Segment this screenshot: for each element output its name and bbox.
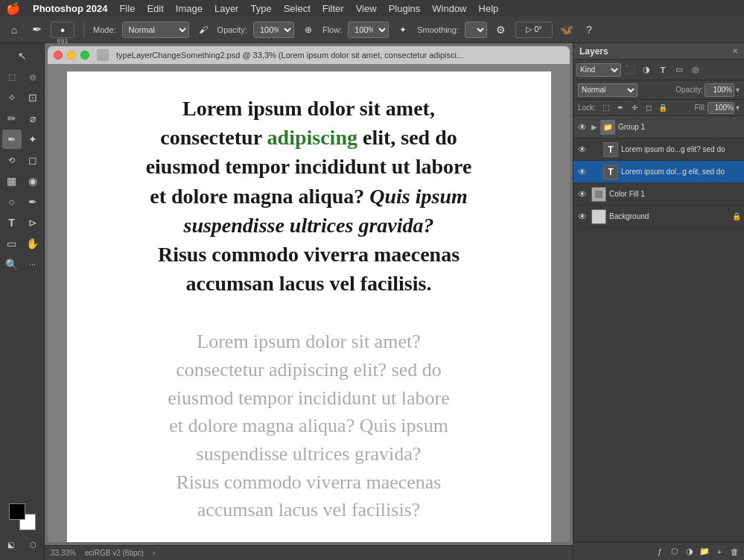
layer-item-colorfill[interactable]: 👁 Color Fill 1 [573,183,744,206]
smoothing-icon[interactable]: ✦ [395,22,411,38]
opacity-input[interactable] [705,83,734,97]
layer-eye-fill[interactable]: 👁 [576,188,588,200]
lock-artboard-btn[interactable]: ◻ [643,102,655,114]
layer-eye-bg[interactable]: 👁 [576,211,588,223]
foreground-color-swatch[interactable] [9,503,25,520]
quick-mask-btn[interactable]: ⬕ [1,535,21,554]
menu-filter[interactable]: Filter [322,3,344,14]
left-tool-panel: ↖ ⬚ ⌾ ✧ ⊡ ✏ ⌀ ✒ ✦ ⟲ ◻ ▦ ◉ ○ ✒ T ⊳ ▭ ✋ 🔍 … [0,43,45,560]
gradient-tool[interactable]: ▦ [2,171,22,191]
arrow-icon[interactable]: › [153,549,155,557]
maximize-button[interactable] [80,51,89,60]
add-layer-style-btn[interactable]: ƒ [653,545,667,559]
right-panel: Layers ✕ Kind ⬛ ◑ T ▭ ◎ Normal Multiply … [573,43,744,560]
menu-view[interactable]: View [356,3,377,14]
menu-file[interactable]: File [119,3,135,14]
symmetry-icon[interactable]: 🦋 [559,22,575,38]
layer-eye-2[interactable]: 👁 [576,166,588,178]
angle-icon[interactable]: ▷ 0° [515,22,553,38]
smoothing-select[interactable] [465,22,487,38]
marquee-tool[interactable]: ⬚ [2,67,22,86]
shape-tool[interactable]: ▭ [2,234,22,253]
eraser-tool[interactable]: ◻ [23,150,42,170]
filter-adjust-btn[interactable]: ◑ [639,63,654,77]
add-mask-btn[interactable]: ⬡ [668,545,681,559]
hand-tool[interactable]: ✋ [23,234,42,253]
tool-row-4: ✏ ⌀ [2,109,42,128]
opacity-chevron[interactable]: ▾ [736,86,740,94]
zoom-tool[interactable]: 🔍 [2,255,22,274]
crop-tool[interactable]: ⊡ [23,88,42,107]
lock-transparent-btn[interactable]: ⬚ [600,102,612,114]
new-fill-layer-btn[interactable]: ◑ [683,545,696,559]
menu-help[interactable]: Help [479,3,499,14]
menu-edit[interactable]: Edit [147,3,163,14]
brush-tool[interactable]: ✒ [2,130,22,149]
layers-panel-close[interactable]: ✕ [732,47,738,55]
opacity-toggle-icon[interactable]: ⊕ [300,22,317,38]
menu-image[interactable]: Image [176,3,203,14]
brush-tool-icon[interactable]: ✒ [28,22,45,38]
dodge-tool[interactable]: ○ [2,192,22,211]
opacity-row: Opacity: ▾ [675,83,740,97]
layer-item-bg[interactable]: 👁 Background 🔒 [573,206,744,228]
text-block-bottom: Lorem ipsum dolor sit amet? consectetur … [89,305,529,532]
opacity-select[interactable]: 100% 75% 50% [253,22,294,38]
group-arrow[interactable]: ▶ [591,123,597,131]
pen-tool[interactable]: ✒ [23,192,42,211]
text-line-1: Lorem ipsum dolor sit amet, [182,97,435,120]
close-button[interactable] [54,51,63,60]
layer-item-1[interactable]: 👁 T Lorem ipsum do...g elit? sed do [573,139,744,161]
question-icon[interactable]: ? [581,22,597,38]
blur-tool[interactable]: ◉ [23,171,42,191]
menu-plugins[interactable]: Plugins [389,3,421,14]
brush-size-icon[interactable]: ● [51,22,74,38]
filter-shape-btn[interactable]: ▭ [672,63,687,77]
screen-mode-btn[interactable]: ⬡ [24,535,43,554]
more-tools[interactable]: ··· [23,255,42,274]
filter-type-btn[interactable]: T [655,63,670,77]
settings-icon[interactable]: ⚙ [493,22,509,38]
menu-select[interactable]: Select [284,3,311,14]
layers-footer: ƒ ⬡ ◑ 📁 + 🗑 [573,542,744,560]
layer-eye-1[interactable]: 👁 [576,144,588,156]
airbrush-icon[interactable]: 🖌 [195,22,212,38]
lock-row: Lock: ⬚ ✒ ✛ ◻ 🔒 Fill: ▾ [573,100,744,116]
mode-select[interactable]: Normal Multiply Screen [122,22,189,38]
filter-smart-btn[interactable]: ◎ [688,63,703,77]
lasso-tool[interactable]: ⌾ [23,67,42,86]
apple-menu-icon[interactable]: 🍎 [6,1,21,16]
new-group-btn[interactable]: 📁 [698,545,711,559]
spot-heal-tool[interactable]: ⌀ [23,109,42,128]
layer-name-1: Lorem ipsum do...g elit? sed do [621,145,741,153]
menu-layer[interactable]: Layer [214,3,239,14]
lock-position-btn[interactable]: ✛ [629,102,640,114]
app-name[interactable]: Photoshop 2024 [33,3,107,14]
tool-row-11: 🔍 ··· [2,255,42,274]
minimize-button[interactable] [67,51,76,60]
path-select-tool[interactable]: ⊳ [23,213,42,232]
type-tool[interactable]: T [2,213,22,232]
menu-window[interactable]: Window [432,3,466,14]
home-icon[interactable]: ⌂ [6,22,22,38]
layer-item-2[interactable]: 👁 T Lorem ipsum dol...g elit, sed do [573,161,744,183]
menu-type[interactable]: Type [250,3,271,14]
fill-chevron[interactable]: ▾ [736,104,740,112]
layer-eye-group1[interactable]: 👁 [576,121,588,133]
delete-layer-btn[interactable]: 🗑 [728,545,741,559]
blend-mode-select[interactable]: Normal Multiply Screen [578,83,638,97]
layer-item-group1[interactable]: 👁 ▶ 📁 Group 1 [573,116,744,139]
flow-select[interactable]: 100% 75% [348,22,389,38]
history-brush-tool[interactable]: ⟲ [2,150,22,170]
filter-pixel-btn[interactable]: ⬛ [623,63,638,77]
eyedropper-tool[interactable]: ✏ [2,109,22,128]
kind-select[interactable]: Kind [576,63,621,77]
move-tool[interactable]: ↖ [13,46,32,66]
color-swatches[interactable] [9,503,36,530]
lock-all-btn[interactable]: 🔒 [657,102,669,114]
fill-input[interactable] [708,102,734,114]
quick-select-tool[interactable]: ✧ [2,88,22,107]
lock-image-btn[interactable]: ✒ [614,102,626,114]
clone-tool[interactable]: ✦ [23,130,42,149]
new-layer-btn[interactable]: + [713,545,726,559]
